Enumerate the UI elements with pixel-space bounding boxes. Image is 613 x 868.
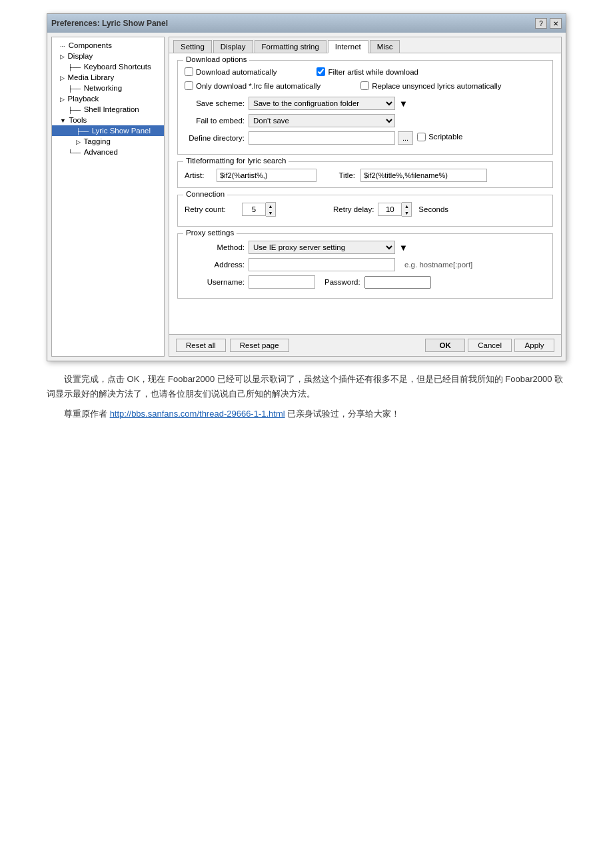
artist-format-input[interactable] (217, 169, 316, 182)
replace-unsynced-row: Replace unsynced lyrics automatically (360, 81, 501, 90)
fail-to-embed-label: Fail to embed: (185, 117, 245, 125)
title-label: Title: (322, 171, 355, 179)
filter-artist-label: Filter artist while download (328, 68, 418, 76)
title-formatting-title: Titleformatting for lyric search (183, 157, 289, 165)
window-title: Preferences: Lyric Show Panel (51, 19, 168, 28)
define-directory-label: Define directory: (185, 134, 245, 142)
sidebar-item-keyboard-shortcuts[interactable]: ├── Keyboard Shortcuts (52, 61, 164, 72)
arrow-icon: ▷ (60, 96, 67, 103)
arrow-icon: ▷ (60, 53, 67, 60)
method-select[interactable]: Use IE proxy server settingNo proxyManua… (249, 241, 395, 254)
define-directory-input[interactable] (249, 131, 395, 145)
sidebar-item-display[interactable]: ▷ Display (52, 51, 164, 61)
arrow-down-icon: ▼ (60, 117, 67, 124)
address-input[interactable] (249, 258, 395, 271)
sidebar-item-tools[interactable]: ▼ Tools (52, 115, 164, 125)
scriptable-label: Scriptable (428, 133, 462, 141)
retry-delay-down[interactable]: ▼ (402, 209, 411, 216)
dash-icon: ├── (68, 107, 83, 113)
bottom-para2: 尊重原作者 http://bbs.sanfans.com/thread-2966… (47, 407, 566, 421)
address-hint: e.g. hostname[:port] (404, 261, 472, 269)
tab-internet-content: Download options Download automatically … (169, 53, 561, 334)
sidebar-item-shell-integration[interactable]: ├── Shell Integration (52, 104, 164, 115)
sidebar-item-tagging[interactable]: ▷ Tagging (52, 136, 164, 147)
cancel-button[interactable]: Cancel (468, 339, 512, 352)
sidebar-item-media-library[interactable]: ▷ Media Library (52, 72, 164, 83)
username-label: Username: (185, 278, 245, 286)
sidebar-item-playback[interactable]: ▷ Playback (52, 93, 164, 104)
replace-unsynced-checkbox[interactable] (360, 81, 369, 90)
retry-count-spinbtns: ▲ ▼ (266, 202, 276, 217)
replace-unsynced-label: Replace unsynced lyrics automatically (372, 82, 501, 90)
dash-icon: ├── (68, 85, 83, 92)
bottom-para1: 设置完成，点击 OK，现在 Foobar2000 已经可以显示歌词了，虽然这个插… (47, 372, 566, 401)
window-body: ··· Components ▷ Display ├── Keyboard Sh… (47, 33, 566, 361)
save-scheme-row: Save scheme: Save to the configruation f… (185, 97, 546, 110)
retry-delay-spinner: ▲ ▼ (378, 202, 412, 217)
proxy-settings-content: Method: Use IE proxy server settingNo pr… (185, 241, 546, 289)
title-bar: Preferences: Lyric Show Panel ? ✕ (47, 14, 566, 33)
arrow-icon: ··· (60, 43, 65, 49)
retry-delay-input[interactable] (378, 203, 402, 216)
title-format-input[interactable] (360, 169, 487, 182)
tab-display[interactable]: Display (213, 40, 253, 53)
apply-button[interactable]: Apply (514, 339, 554, 352)
sidebar-item-networking[interactable]: ├── Networking (52, 83, 164, 93)
tab-setting[interactable]: Setting (173, 40, 212, 53)
title-format-row: Artist: Title: (185, 169, 546, 182)
only-download-lrc-checkbox[interactable] (185, 81, 193, 90)
fail-to-embed-select[interactable]: Don't saveSave to file (249, 114, 395, 127)
define-directory-row: Define directory: ... Scriptable (185, 131, 546, 145)
download-options-content: Download automatically Filter artist whi… (185, 67, 546, 145)
bottom-para2-link[interactable]: http://bbs.sanfans.com/thread-29666-1-1.… (110, 409, 285, 419)
tab-internet[interactable]: Internet (328, 40, 368, 53)
sidebar-tree: ··· Components ▷ Display ├── Keyboard Sh… (51, 37, 165, 357)
retry-count-up[interactable]: ▲ (266, 203, 275, 209)
only-download-lrc-label: Only download *.lrc file automatically (196, 82, 320, 90)
tab-formatting-string[interactable]: Formatting string (255, 40, 326, 53)
close-button[interactable]: ✕ (550, 18, 562, 29)
tab-misc[interactable]: Misc (370, 40, 400, 53)
dash-icon: └── (68, 149, 83, 156)
retry-count-spinner: ▲ ▼ (242, 202, 276, 217)
footer: Reset all Reset page OK Cancel Apply (169, 334, 561, 356)
title-formatting-content: Artist: Title: (185, 169, 546, 182)
save-scheme-dropdown-icon[interactable]: ▼ (399, 99, 408, 109)
filter-artist-row: Filter artist while download (316, 67, 418, 76)
password-label: Password: (324, 278, 360, 286)
filter-artist-checkbox[interactable] (316, 67, 325, 76)
sidebar-item-lyric-show-panel[interactable]: ├── Lyric Show Panel (52, 125, 164, 136)
connection-title: Connection (183, 190, 227, 198)
ok-button[interactable]: OK (425, 339, 465, 352)
retry-count-input[interactable] (242, 203, 266, 216)
password-input[interactable] (364, 276, 431, 289)
arrow-icon: ▷ (60, 75, 67, 81)
download-options-title: Download options (183, 55, 249, 63)
retry-delay-spinbtns: ▲ ▼ (402, 202, 412, 217)
method-dropdown-icon[interactable]: ▼ (399, 243, 408, 253)
scriptable-row: Scriptable (417, 133, 462, 141)
footer-right: OK Cancel Apply (425, 339, 554, 352)
bottom-para2-suffix: 已亲身试验过，分享给大家！ (285, 409, 400, 419)
sidebar-item-advanced[interactable]: └── Advanced (52, 147, 164, 157)
reset-page-button[interactable]: Reset page (230, 339, 289, 352)
download-automatically-checkbox[interactable] (185, 67, 193, 76)
main-panel: Setting Display Formatting string Intern… (169, 37, 562, 357)
retry-delay-label: Retry delay: (333, 205, 374, 213)
browse-button[interactable]: ... (398, 131, 413, 145)
retry-delay-up[interactable]: ▲ (402, 203, 411, 209)
arrow-icon: ▷ (76, 139, 83, 145)
sidebar-item-components[interactable]: ··· Components (52, 40, 164, 51)
connection-row: Retry count: ▲ ▼ Retry delay: (185, 202, 546, 217)
save-scheme-select[interactable]: Save to the configruation folderSave to … (249, 97, 395, 110)
title-bar-controls: ? ✕ (535, 18, 562, 29)
download-automatically-label: Download automatically (196, 68, 277, 76)
connection-content: Retry count: ▲ ▼ Retry delay: (185, 202, 546, 217)
reset-all-button[interactable]: Reset all (176, 339, 226, 352)
save-scheme-label: Save scheme: (185, 99, 245, 107)
retry-count-label: Retry count: (185, 205, 238, 213)
username-input[interactable] (249, 275, 315, 289)
retry-count-down[interactable]: ▼ (266, 209, 275, 216)
help-button[interactable]: ? (535, 18, 547, 29)
scriptable-checkbox[interactable] (417, 133, 426, 141)
